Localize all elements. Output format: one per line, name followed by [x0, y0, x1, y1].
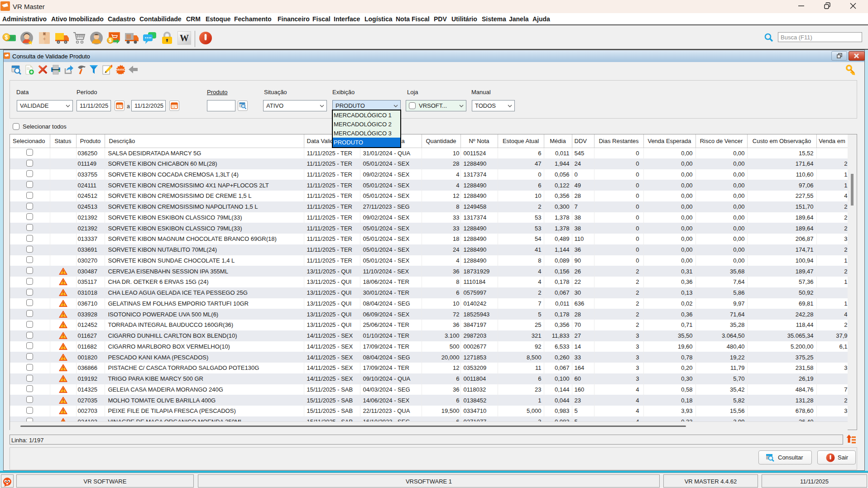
svg-text:$: $ [109, 38, 111, 43]
svg-text:W: W [180, 33, 189, 43]
svg-text:GRATIS: GRATIS [116, 68, 125, 71]
svg-text:$: $ [5, 34, 8, 41]
